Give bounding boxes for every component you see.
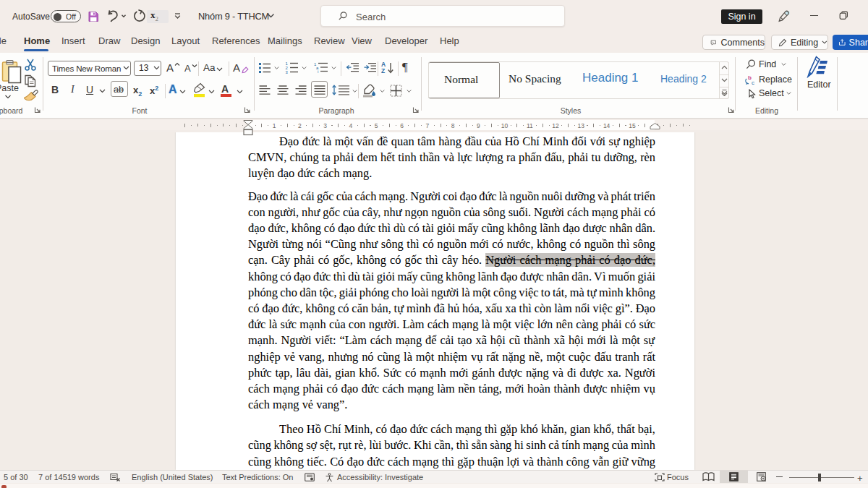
svg-text:c: c <box>752 80 754 85</box>
svg-text:i: i <box>318 69 318 74</box>
svg-text:3: 3 <box>286 70 289 74</box>
